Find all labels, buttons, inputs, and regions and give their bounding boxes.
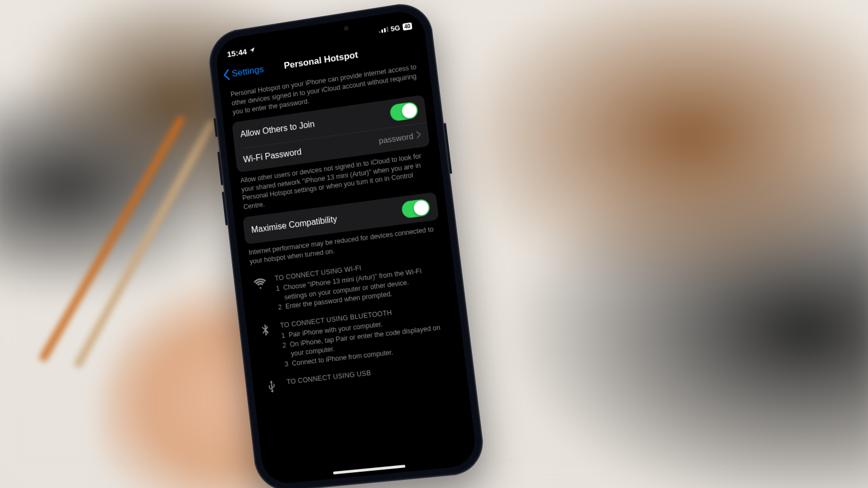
back-label: Settings — [231, 64, 264, 79]
wifi-password-label: Wi-Fi Password — [242, 147, 302, 165]
bluetooth-icon — [257, 322, 278, 372]
location-icon — [249, 45, 256, 55]
wifi-icon — [251, 275, 271, 315]
allow-others-toggle[interactable] — [390, 101, 419, 121]
usb-icon — [263, 379, 280, 394]
maximise-compat-toggle[interactable] — [401, 198, 431, 219]
status-time: 15:44 — [227, 47, 247, 59]
usb-heading: TO CONNECT USING USB — [286, 369, 372, 387]
allow-others-label: Allow Others to Join — [240, 119, 315, 139]
network-type: 5G — [390, 23, 400, 33]
cellular-signal-icon — [378, 27, 388, 34]
content: Personal Hotspot on your iPhone can prov… — [219, 56, 478, 485]
wifi-password-value: password — [378, 131, 414, 145]
screen: 15:44 5G 40 Settings Personal Hotspot Pe… — [214, 8, 478, 485]
chevron-right-icon — [416, 130, 422, 140]
maximise-compat-label: Maximise Compatibility — [251, 214, 337, 235]
battery-percent: 40 — [402, 22, 412, 30]
